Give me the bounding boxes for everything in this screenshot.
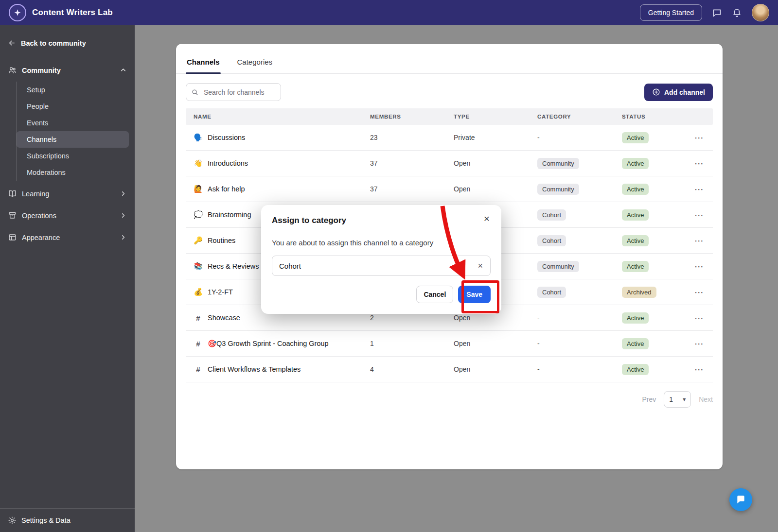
getting-started-button[interactable]: Getting Started [640,4,702,21]
status-badge: Active [622,338,649,349]
add-channel-button[interactable]: Add channel [644,84,713,101]
pagination: Prev 1 ▾ Next [176,382,723,416]
channel-type: Private [446,134,530,141]
header-name: NAME [186,114,362,120]
tab-categories[interactable]: Categories [236,58,274,73]
channel-search[interactable] [186,83,281,101]
channel-category-cell: - [530,134,614,141]
channel-name: Ask for help [208,185,245,193]
archive-box-icon [8,211,17,220]
row-actions-cell: ⋯ [684,261,713,272]
table-header-row: NAME MEMBERS TYPE CATEGORY STATUS [186,108,713,125]
row-actions-cell: ⋯ [684,236,713,246]
row-menu-button[interactable]: ⋯ [691,133,707,143]
table-row: # 🎯Q3 Growth Sprint - Coaching Group 1 O… [186,331,713,357]
row-menu-button[interactable]: ⋯ [691,158,707,169]
status-badge: Active [622,312,649,324]
save-button[interactable]: Save [458,286,491,303]
sidebar-item-events[interactable]: Events [17,115,129,131]
messages-icon[interactable] [712,8,722,18]
add-channel-label: Add channel [664,88,705,96]
tab-channels[interactable]: Channels [186,58,221,73]
admin-sidebar: Back to community Community Setup People… [0,25,135,532]
channel-category-cell: Community [530,184,614,195]
status-badge: Active [622,184,649,195]
channel-status-cell: Active [614,338,684,349]
search-input[interactable] [203,88,276,97]
sidebar-item-moderations[interactable]: Moderations [17,164,129,181]
row-menu-button[interactable]: ⋯ [691,184,707,194]
channel-category-cell: - [530,340,614,347]
back-label: Back to community [21,39,86,47]
sidebar-item-channels[interactable]: Channels [17,131,129,148]
channel-icon: 🗣️ [194,133,203,142]
sidebar-item-subscriptions[interactable]: Subscriptions [17,148,129,164]
channel-type: Open [446,340,530,347]
user-avatar[interactable] [752,4,769,21]
table-row: 🙋 Ask for help 37 Open Community Active … [186,176,713,202]
modal-footer: Cancel Save [272,286,491,303]
channel-status-cell: Active [614,158,684,169]
sidebar-item-operations[interactable]: Operations [0,205,135,226]
channel-name-cell: # Showcase [186,314,362,322]
channel-status-cell: Active [614,261,684,272]
channel-members: 37 [362,159,446,167]
caret-down-icon: ▾ [683,396,686,403]
row-menu-button[interactable]: ⋯ [691,210,707,220]
row-menu-button[interactable]: ⋯ [691,339,707,349]
appearance-label: Appearance [22,234,60,241]
channel-icon: 💭 [194,210,203,219]
pagination-next[interactable]: Next [699,395,713,403]
modal-title: Assign to category [272,216,491,225]
channel-type: Open [446,185,530,193]
page-number: 1 [669,395,673,403]
cancel-button[interactable]: Cancel [416,286,453,303]
channel-status-cell: Active [614,209,684,221]
channel-name-cell: 🙋 Ask for help [186,185,362,193]
channel-name: Routines [208,237,235,244]
chat-widget-button[interactable] [729,488,752,511]
channel-icon: # [194,365,203,374]
pagination-prev[interactable]: Prev [642,395,656,403]
sidebar-item-setup[interactable]: Setup [17,82,129,98]
row-actions-cell: ⋯ [684,184,713,194]
status-badge: Active [622,209,649,221]
channel-name: 🎯Q3 Growth Sprint - Coaching Group [208,340,329,348]
channel-category: Cohort [537,209,566,221]
row-menu-button[interactable]: ⋯ [691,261,707,272]
close-icon[interactable]: × [481,213,493,224]
channel-name: Client Workflows & Templates [208,365,301,373]
channel-category: Cohort [537,235,566,246]
row-menu-button[interactable]: ⋯ [691,236,707,246]
settings-and-data-link[interactable]: Settings & Data [0,508,135,532]
sidebar-item-people[interactable]: People [17,98,129,115]
brand-title: Content Writers Lab [32,8,113,17]
channel-name-cell: # Client Workflows & Templates [186,365,362,374]
sidebar-item-learning[interactable]: Learning [0,183,135,205]
sidebar-item-appearance[interactable]: Appearance [0,226,135,248]
channel-category-cell: - [530,314,614,322]
row-menu-button[interactable]: ⋯ [691,287,707,297]
row-actions-cell: ⋯ [684,313,713,323]
row-menu-button[interactable]: ⋯ [691,364,707,375]
channel-category-cell: - [530,365,614,373]
row-actions-cell: ⋯ [684,287,713,297]
back-to-community-link[interactable]: Back to community [0,25,135,53]
chevron-right-icon [120,212,127,219]
row-menu-button[interactable]: ⋯ [691,313,707,323]
page-select[interactable]: 1 ▾ [664,391,691,408]
clear-icon[interactable]: × [475,261,486,271]
channel-icon: 🙋 [194,185,203,193]
status-badge: Active [622,261,649,272]
channel-icon: # [194,340,203,348]
learning-label: Learning [22,190,49,198]
channel-icon: 📚 [194,262,203,271]
channel-category-cell: Community [530,158,614,169]
notifications-bell-icon[interactable] [732,8,742,18]
status-badge: Archived [622,287,656,298]
modal-description: You are about to assign this channel to … [272,239,491,247]
channel-status-cell: Active [614,132,684,143]
sidebar-section-community[interactable]: Community [0,60,135,81]
row-actions-cell: ⋯ [684,133,713,143]
category-input[interactable] [272,256,491,276]
